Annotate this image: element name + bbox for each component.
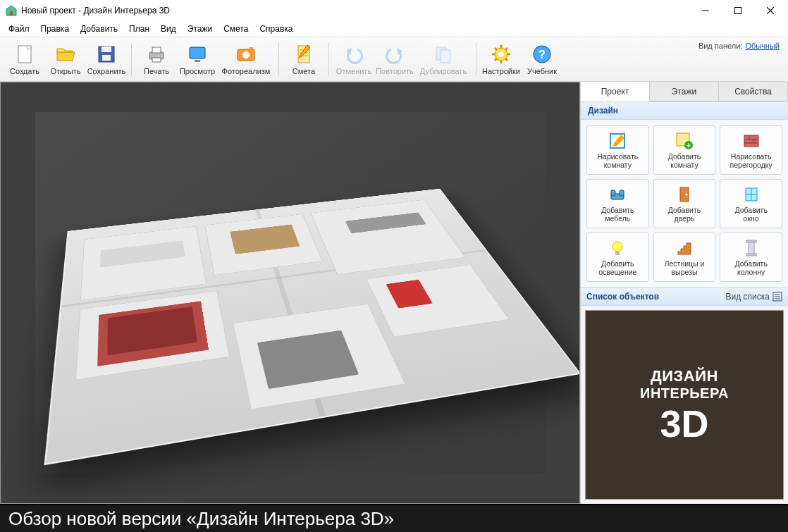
svg-rect-60 <box>746 254 756 256</box>
svg-rect-15 <box>195 60 200 62</box>
svg-rect-50 <box>620 190 624 196</box>
menu-file[interactable]: Файл <box>3 23 35 35</box>
settings-button[interactable]: Настройки <box>481 39 522 80</box>
tab-project[interactable]: Проект <box>581 82 650 101</box>
add-window-button[interactable]: Добавитьокно <box>720 179 782 228</box>
svg-rect-49 <box>611 190 615 196</box>
duplicate-icon <box>432 43 455 66</box>
printer-icon <box>145 43 168 66</box>
window-icon <box>741 185 761 204</box>
objects-list-header: Список объектов Вид списка <box>581 287 788 306</box>
open-button[interactable]: Открыть <box>45 39 86 80</box>
add-room-button[interactable]: +Добавитькомнату <box>653 125 716 175</box>
footer-caption: Обзор новой версии «Дизайн Интерьера 3D» <box>0 504 788 532</box>
redo-button[interactable]: Повторить <box>374 39 415 80</box>
svg-rect-57 <box>615 252 620 255</box>
create-button[interactable]: Создать <box>4 39 45 80</box>
window-title: Новый проект - Дизайн Интерьера 3D <box>21 6 689 16</box>
menubar: Файл Правка Добавить План Вид Этажи Смет… <box>0 21 788 37</box>
menu-estimate[interactable]: Смета <box>218 23 254 35</box>
notebook-icon <box>293 43 315 66</box>
preview-thumbnail: ДИЗАЙН ИНТЕРЬЕРА 3D <box>585 310 784 500</box>
door-icon <box>675 185 694 204</box>
menu-help[interactable]: Справка <box>254 23 298 35</box>
undo-icon <box>343 43 365 66</box>
svg-rect-58 <box>749 242 754 254</box>
menu-view[interactable]: Вид <box>155 23 182 35</box>
estimate-button[interactable]: Смета <box>283 39 324 80</box>
list-view-label[interactable]: Вид списка <box>726 292 770 302</box>
add-furniture-button[interactable]: Добавитьмебель <box>586 179 649 228</box>
preview-button[interactable]: Просмотр <box>177 39 218 80</box>
side-tabs: Проект Этажи Свойства <box>581 82 788 101</box>
svg-rect-9 <box>101 47 111 52</box>
monitor-icon <box>186 43 209 66</box>
menu-add[interactable]: Добавить <box>75 23 123 35</box>
svg-rect-10 <box>102 55 111 61</box>
panel-view-link[interactable]: Обычный <box>745 42 780 50</box>
side-panel: Проект Этажи Свойства Дизайн Нарисоватьк… <box>580 82 788 504</box>
menu-edit[interactable]: Правка <box>35 23 75 35</box>
help-icon: ? <box>531 43 553 66</box>
folder-open-icon <box>54 43 77 66</box>
svg-rect-12 <box>152 47 161 53</box>
svg-rect-26 <box>441 50 450 63</box>
svg-rect-43 <box>744 135 758 147</box>
furniture-icon <box>608 185 627 204</box>
panel-view-selector: Вид панели: Обычный <box>698 39 784 80</box>
tab-properties[interactable]: Свойства <box>719 82 788 101</box>
svg-rect-59 <box>746 240 756 242</box>
print-button[interactable]: Печать <box>136 39 177 80</box>
undo-button[interactable]: Отменить <box>333 39 374 80</box>
design-tools-grid: Нарисоватькомнату +Добавитькомнату Нарис… <box>581 120 788 287</box>
svg-line-35 <box>495 58 497 61</box>
add-lighting-button[interactable]: Добавитьосвещение <box>586 233 649 282</box>
svg-line-33 <box>495 48 497 50</box>
save-icon <box>95 43 118 66</box>
toolbar: Создать Открыть Сохранить Печать Просмот… <box>0 37 788 82</box>
draw-room-button[interactable]: Нарисоватькомнату <box>586 125 649 175</box>
wall-icon <box>741 131 761 151</box>
titlebar: Новый проект - Дизайн Интерьера 3D <box>0 0 788 21</box>
minimize-button[interactable] <box>689 0 722 21</box>
svg-point-56 <box>612 242 622 252</box>
column-icon <box>741 238 761 258</box>
stairs-icon <box>675 238 694 258</box>
add-door-button[interactable]: Добавитьдверь <box>653 179 716 228</box>
app-icon <box>6 5 17 16</box>
draw-partition-button[interactable]: Нарисоватьперегородку <box>720 125 782 175</box>
design-section-header: Дизайн <box>581 101 788 120</box>
svg-point-17 <box>242 51 250 58</box>
new-file-icon <box>13 43 36 66</box>
menu-floors[interactable]: Этажи <box>182 23 218 35</box>
list-view-icon[interactable] <box>772 292 782 302</box>
menu-plan[interactable]: План <box>123 23 155 35</box>
svg-rect-14 <box>190 47 205 58</box>
photorealism-button[interactable]: Фотореализм <box>218 39 274 80</box>
pencil-room-icon <box>608 131 627 151</box>
svg-point-28 <box>498 51 504 57</box>
duplicate-button[interactable]: Дублировать <box>415 39 472 80</box>
photo-icon <box>235 43 257 66</box>
help-button[interactable]: ? Учебник <box>522 39 562 80</box>
tab-floors[interactable]: Этажи <box>650 82 719 101</box>
svg-line-34 <box>505 58 507 61</box>
save-button[interactable]: Сохранить <box>86 39 127 80</box>
svg-rect-18 <box>250 47 253 50</box>
light-icon <box>608 238 627 258</box>
svg-rect-3 <box>735 8 741 14</box>
3d-viewport[interactable] <box>0 82 580 504</box>
svg-rect-1 <box>10 11 13 16</box>
svg-text:+: + <box>687 142 691 149</box>
close-button[interactable] <box>754 0 787 21</box>
svg-text:?: ? <box>538 49 546 61</box>
stairs-button[interactable]: Лестницы ивырезы <box>653 233 716 282</box>
svg-line-36 <box>505 48 507 50</box>
add-room-icon: + <box>675 131 694 151</box>
add-column-button[interactable]: Добавитьколонну <box>720 233 782 282</box>
redo-icon <box>383 43 406 66</box>
svg-point-52 <box>685 193 687 195</box>
maximize-button[interactable] <box>722 0 754 21</box>
gear-icon <box>490 43 512 66</box>
svg-rect-13 <box>152 58 161 62</box>
